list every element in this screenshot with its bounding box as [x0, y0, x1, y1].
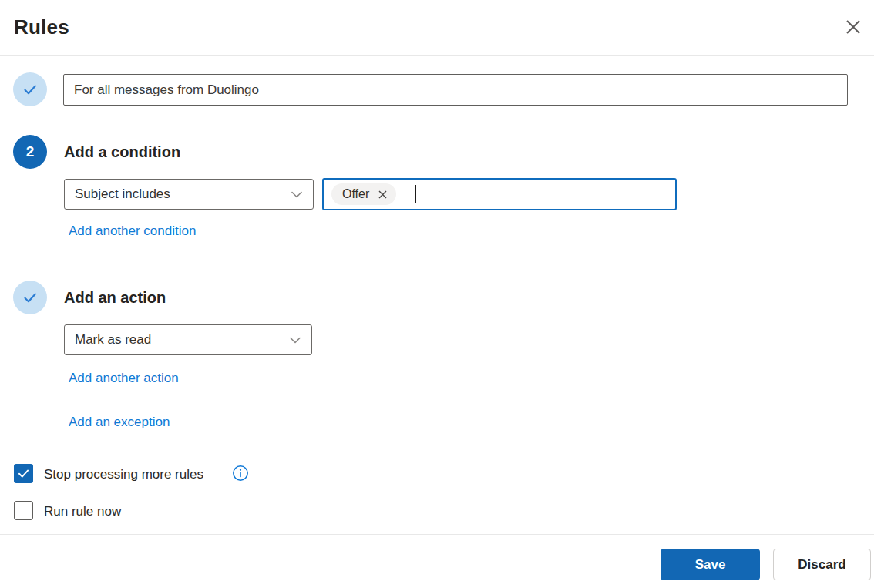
- action-type-selected: Mark as read: [75, 332, 151, 348]
- condition-heading: Add a condition: [64, 142, 180, 162]
- discard-button[interactable]: Discard: [773, 549, 871, 580]
- run-rule-now-checkbox[interactable]: [14, 501, 33, 520]
- condition-value-chip: Offer: [331, 183, 396, 205]
- checkbox-check-icon: [17, 467, 30, 480]
- text-cursor: [415, 185, 416, 203]
- stop-processing-label: Stop processing more rules: [44, 466, 203, 482]
- close-button[interactable]: [842, 15, 865, 39]
- add-another-condition-link[interactable]: Add another condition: [69, 223, 196, 239]
- step-1-complete-indicator: [13, 72, 47, 106]
- step-2-number: 2: [26, 143, 35, 160]
- checkmark-icon: [21, 80, 39, 99]
- step-2-indicator: 2: [13, 135, 47, 169]
- add-another-action-link[interactable]: Add another action: [69, 371, 179, 386]
- chevron-down-icon: [290, 187, 304, 201]
- checkmark-icon: [21, 288, 39, 307]
- footer-divider: [0, 534, 874, 535]
- info-button[interactable]: [232, 465, 249, 482]
- run-rule-now-label: Run rule now: [44, 503, 121, 519]
- condition-type-dropdown[interactable]: Subject includes: [64, 179, 314, 210]
- condition-value-input[interactable]: Offer: [322, 178, 677, 210]
- rule-name-input[interactable]: [63, 74, 848, 106]
- dialog-title: Rules: [14, 15, 69, 39]
- save-button[interactable]: Save: [661, 549, 760, 580]
- add-an-exception-link[interactable]: Add an exception: [69, 415, 170, 430]
- action-type-dropdown[interactable]: Mark as read: [64, 324, 312, 355]
- chip-label: Offer: [342, 187, 369, 201]
- header-divider: [0, 55, 874, 56]
- chevron-down-icon: [288, 333, 302, 347]
- condition-type-selected: Subject includes: [75, 186, 170, 202]
- chip-dismiss-icon[interactable]: [378, 190, 388, 200]
- action-heading: Add an action: [64, 287, 166, 307]
- info-icon: [232, 465, 249, 482]
- close-icon: [843, 17, 863, 37]
- step-3-complete-indicator: [13, 281, 47, 314]
- stop-processing-checkbox[interactable]: [14, 464, 33, 483]
